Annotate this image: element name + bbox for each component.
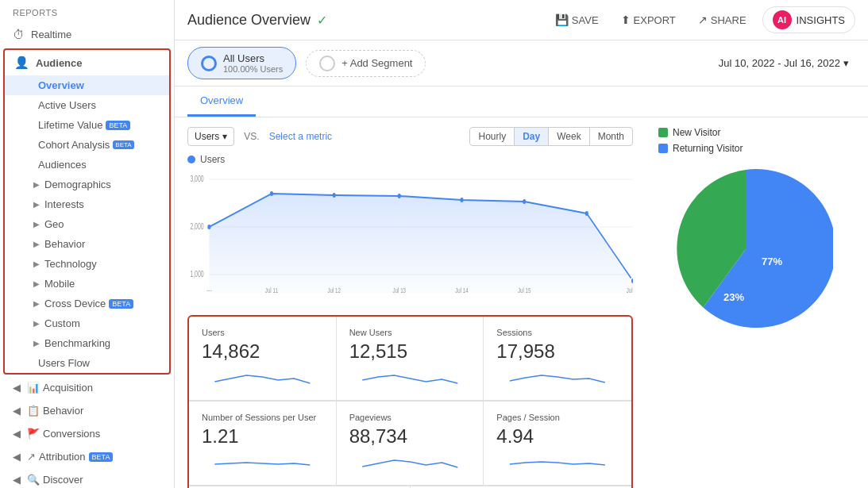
discover-icon: ◀ [13, 474, 21, 486]
data-point [585, 211, 588, 216]
sidebar-item-acquisition[interactable]: ◀ 📊 Acquisition [0, 376, 174, 399]
pie-legend-returning-visitor: Returning Visitor [658, 143, 855, 154]
mobile-label: Mobile [44, 278, 75, 290]
chevron-icon: ▶ [33, 180, 40, 189]
realtime-icon: ⏱ [13, 28, 25, 41]
date-range-picker[interactable]: Jul 10, 2022 - Jul 16, 2022 ▾ [712, 54, 855, 72]
export-icon: ⬆ [621, 13, 631, 26]
sidebar-item-attribution[interactable]: ◀ ↗ Attribution BETA [0, 445, 174, 468]
segment-indicator [201, 56, 217, 71]
legend-users-label: Users [200, 154, 225, 165]
stat-pages-per-session: Pages / Session 4.94 [484, 402, 631, 486]
time-btn-hourly[interactable]: Hourly [470, 128, 515, 145]
sidebar-item-lifetime-value[interactable]: Lifetime Value BETA [5, 115, 169, 135]
chevron-icon: ▶ [33, 319, 40, 328]
sidebar-item-mobile[interactable]: ▶ Mobile [5, 274, 169, 294]
time-btn-day[interactable]: Day [515, 128, 549, 145]
insights-button[interactable]: AI INSIGHTS [762, 6, 855, 33]
legend-users-dot [187, 156, 195, 163]
share-icon: ↗ [698, 13, 708, 26]
sidebar-item-active-users[interactable]: Active Users [5, 95, 169, 115]
attribution-icon: ◀ [13, 451, 21, 463]
sidebar-item-benchmarking[interactable]: ▶ Benchmarking [5, 333, 169, 353]
audience-icon: 👤 [14, 56, 29, 70]
behavior-nav-label: Behavior [43, 405, 83, 417]
cross-device-label: Cross Device [44, 298, 106, 309]
sidebar-item-label: Audience [36, 57, 83, 69]
behavior-label: Behavior [44, 238, 85, 250]
chart-section: Users ▾ VS. Select a metric Hourly Day [175, 117, 646, 309]
benchmarking-label: Benchmarking [44, 337, 110, 349]
time-btn-week[interactable]: Week [549, 128, 589, 145]
sidebar-item-behavior[interactable]: ▶ Behavior [5, 234, 169, 254]
insights-label: INSIGHTS [797, 14, 845, 26]
svg-text:Jul 13: Jul 13 [393, 286, 406, 295]
svg-text:Jul 15: Jul 15 [518, 286, 530, 295]
metric-label: Users [195, 131, 219, 142]
sidebar-item-geo[interactable]: ▶ Geo [5, 214, 169, 234]
date-range-label: Jul 10, 2022 - Jul 16, 2022 [719, 57, 840, 69]
stat-users-value: 14,862 [202, 340, 323, 363]
stat-sessions-per-user: Number of Sessions per User 1.21 [189, 402, 337, 486]
stat-new-users-value: 12,515 [349, 340, 471, 363]
month-label: Month [598, 131, 624, 142]
sidebar-item-behavior-nav[interactable]: ◀ 📋 Behavior [0, 399, 174, 422]
sidebar-item-realtime[interactable]: ⏱ Realtime [0, 22, 174, 47]
sidebar-item-conversions[interactable]: ◀ 🚩 Conversions [0, 422, 174, 445]
sparkline-sessions [496, 367, 619, 386]
sidebar-item-technology[interactable]: ▶ Technology [5, 254, 169, 274]
sparkline-users [202, 367, 323, 386]
sparkline-new-users [349, 367, 471, 386]
data-point-last [631, 278, 633, 284]
all-users-segment[interactable]: All Users 100.00% Users [187, 47, 296, 79]
stat-pages-session-label: Pages / Session [496, 413, 619, 422]
sidebar-item-overview[interactable]: Overview [5, 75, 169, 95]
stat-new-users: New Users 12,515 [337, 317, 484, 401]
stat-sessions-per-user-label: Number of Sessions per User [202, 413, 323, 422]
returning-pct-label: 77% [762, 256, 782, 267]
sidebar-item-users-flow[interactable]: Users Flow [5, 353, 169, 373]
verified-icon: ✓ [317, 13, 327, 28]
metric-select[interactable]: Users ▾ [187, 127, 234, 146]
sidebar-item-discover[interactable]: ◀ 🔍 Discover [0, 468, 174, 488]
sidebar-item-demographics[interactable]: ▶ Demographics [5, 175, 169, 194]
export-button[interactable]: ⬆ EXPORT [615, 10, 682, 29]
geo-label: Geo [44, 218, 64, 230]
stat-sessions-label: Sessions [496, 328, 619, 337]
segment-bar: All Users 100.00% Users + Add Segment Ju… [175, 40, 868, 86]
stat-sessions-per-user-value: 1.21 [202, 425, 323, 448]
sidebar-item-cross-device[interactable]: ▶ Cross Device BETA [5, 294, 169, 313]
insights-initials: AI [777, 15, 786, 25]
data-point [398, 194, 401, 198]
returning-visitor-label: Returning Visitor [673, 143, 743, 154]
attr-icon: ↗ [27, 451, 36, 463]
title-text: Audience Overview [187, 12, 311, 29]
svg-text:1,000: 1,000 [190, 270, 203, 279]
select-metric-link[interactable]: Select a metric [269, 131, 332, 142]
header: Audience Overview ✓ 💾 SAVE ⬆ EXPORT ↗ SH… [175, 0, 868, 40]
tab-overview[interactable]: Overview [187, 86, 256, 117]
beta-badge: BETA [106, 121, 130, 130]
sidebar-item-audience[interactable]: 👤 Audience [5, 50, 169, 75]
save-button[interactable]: 💾 SAVE [549, 10, 605, 29]
reports-label: REPORTS [0, 0, 174, 22]
save-icon: 💾 [555, 13, 569, 26]
segment-name: All Users [223, 52, 283, 64]
stats-grid-wrapper: Users 14,862 New Users 12,515 [187, 315, 633, 488]
vs-label: VS. [244, 131, 259, 142]
content-area: Users ▾ VS. Select a metric Hourly Day [175, 117, 868, 488]
add-segment-button[interactable]: + Add Segment [306, 50, 426, 77]
data-point [523, 199, 526, 204]
conversions-label: Conversions [43, 428, 100, 440]
sidebar-item-custom[interactable]: ▶ Custom [5, 313, 169, 333]
sidebar-item-interests[interactable]: ▶ Interests [5, 194, 169, 214]
pie-legend-new-visitor: New Visitor [658, 127, 855, 138]
svg-text:---: --- [206, 286, 211, 295]
add-segment-label: + Add Segment [341, 57, 412, 69]
sidebar-item-audiences[interactable]: Audiences [5, 155, 169, 175]
time-btn-month[interactable]: Month [590, 128, 632, 145]
pie-chart-svg: 77% 23% [658, 162, 833, 336]
share-button[interactable]: ↗ SHARE [692, 10, 753, 29]
conv-flag-icon: 🚩 [27, 428, 40, 440]
sidebar-item-cohort-analysis[interactable]: Cohort Analysis BETA [5, 135, 169, 155]
